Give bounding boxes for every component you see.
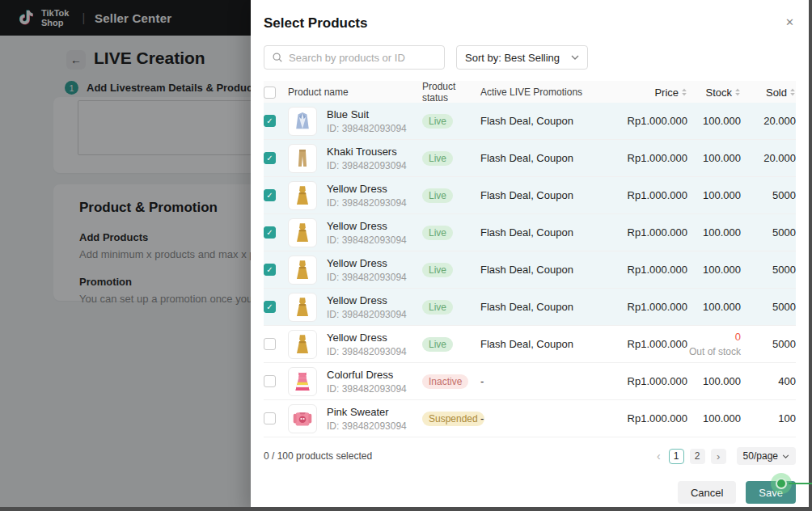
sold-value: 20.000 [741,115,796,127]
col-price[interactable]: Price [616,87,687,99]
annotation-marker-line [789,483,812,484]
sold-value: 5000 [741,264,796,276]
product-name: Yellow Dress [327,332,407,344]
sort-dropdown[interactable]: Sort by: Best Selling [456,45,588,70]
row-checkbox[interactable] [264,189,276,201]
status-badge: Suspended [422,412,484,426]
status-badge: Inactive [422,374,468,389]
table-row[interactable]: Khaki Trousers ID: 398482093094 Live Fla… [264,140,796,177]
sold-value: 100 [741,412,796,424]
row-checkbox[interactable] [264,115,276,127]
promotions-value: Flash Deal, Coupon [480,264,616,276]
modal-actions: Cancel Save [264,481,796,504]
status-badge: Live [422,151,453,166]
status-badge: Live [422,263,453,277]
row-checkbox[interactable] [264,264,276,276]
select-products-modal: Select Products ✕ Sort by: Best Selling … [251,0,812,511]
promotions-value: Flash Deal, Coupon [480,338,616,350]
search-input[interactable] [289,52,437,64]
sort-label: Sort by: Best Selling [465,52,560,64]
promotions-value: Flash Deal, Coupon [480,152,616,164]
window-frame-right [809,0,812,511]
row-checkbox[interactable] [264,152,276,164]
search-box[interactable] [264,45,445,70]
modal-title: Select Products [264,0,796,32]
table-row[interactable]: Yellow Dress ID: 398482093094 Live Flash… [264,214,796,251]
product-name: Blue Suit [327,108,407,120]
table-row[interactable]: Yellow Dress ID: 398482093094 Live Flash… [264,251,796,289]
table-row[interactable]: Pink Sweater ID: 398482093094 Suspended … [264,400,796,437]
table-row[interactable]: Blue Suit ID: 398482093094 Live Flash De… [264,103,796,140]
table-row[interactable]: Yellow Dress ID: 398482093094 Live Flash… [264,289,796,326]
product-image [288,293,317,322]
row-checkbox[interactable] [264,226,276,239]
product-id: ID: 398482093094 [327,197,407,209]
col-promotions: Active LIVE Promotions [480,87,616,98]
stock-value: 100.000 [703,375,741,387]
row-checkbox[interactable] [264,375,276,387]
status-badge: Live [422,337,453,352]
stock-value: 100.000 [703,152,741,164]
sold-value: 400 [741,375,796,387]
stock-value: 100.000 [703,264,741,276]
sold-value: 5000 [741,301,796,313]
stock-value: 100.000 [703,301,741,313]
window-frame-bottom [0,507,812,511]
next-page-icon[interactable]: › [711,449,726,464]
product-table-body: Blue Suit ID: 398482093094 Live Flash De… [264,103,796,437]
row-checkbox[interactable] [264,301,276,313]
prev-page-icon[interactable]: ‹ [654,450,663,462]
modal-controls: Sort by: Best Selling [264,45,796,70]
product-id: ID: 398482093094 [327,272,407,283]
page-button-1[interactable]: 1 [669,449,684,464]
row-checkbox[interactable] [264,338,276,350]
price-value: Rp1.000.000 [616,226,687,239]
col-sold[interactable]: Sold [741,87,796,99]
col-stock[interactable]: Stock [687,87,741,99]
price-value: Rp1.000.000 [616,189,687,201]
promotions-value: Flash Deal, Coupon [480,189,616,201]
cancel-button[interactable]: Cancel [678,481,736,504]
status-badge: Live [422,226,453,240]
product-image [288,107,317,136]
sold-value: 5000 [741,338,796,350]
page-size-select[interactable]: 50/page [737,447,796,465]
product-name: Yellow Dress [327,294,407,306]
product-id: ID: 398482093094 [327,383,407,395]
screen: TikTok Shop | Seller Center ← LIVE Creat… [0,0,812,511]
product-image [288,144,317,173]
sold-value: 20.000 [741,152,796,164]
product-id: ID: 398482093094 [327,234,407,246]
table-row[interactable]: Colorful Dress ID: 398482093094 Inactive… [264,363,796,400]
status-badge: Live [422,300,453,315]
col-product-status: Product status [422,81,480,103]
stock-value: 100.000 [703,412,741,424]
close-icon[interactable]: ✕ [785,17,794,27]
table-row[interactable]: Yellow Dress ID: 398482093094 Live Flash… [264,177,796,214]
promotions-value: - [480,412,616,424]
page-button-2[interactable]: 2 [690,449,705,464]
product-id: ID: 398482093094 [327,309,407,320]
stock-value: 100.000 [703,115,741,127]
product-name: Pink Sweater [327,406,407,418]
chevron-down-icon [782,454,789,458]
pagination: ‹ 1 2 › 50/page [654,447,796,465]
price-value: Rp1.000.000 [616,264,687,276]
annotation-marker-dot [776,478,787,489]
row-checkbox[interactable] [264,412,276,424]
product-image [288,404,317,433]
price-value: Rp1.000.000 [616,375,687,387]
product-image [288,330,317,359]
status-badge: Live [422,188,453,203]
stock-value: 100.000 [703,189,741,201]
promotions-value: Flash Deal, Coupon [480,226,616,239]
table-row[interactable]: Yellow Dress ID: 398482093094 Live Flash… [264,326,796,363]
product-image [288,181,317,210]
stock-note: Out of stock [689,346,741,357]
selected-count: 0 / 100 products selected [264,450,372,462]
price-value: Rp1.000.000 [616,338,687,350]
sort-icon [734,87,741,97]
product-image [288,218,317,247]
product-image [288,256,317,285]
select-all-checkbox[interactable] [264,87,276,99]
